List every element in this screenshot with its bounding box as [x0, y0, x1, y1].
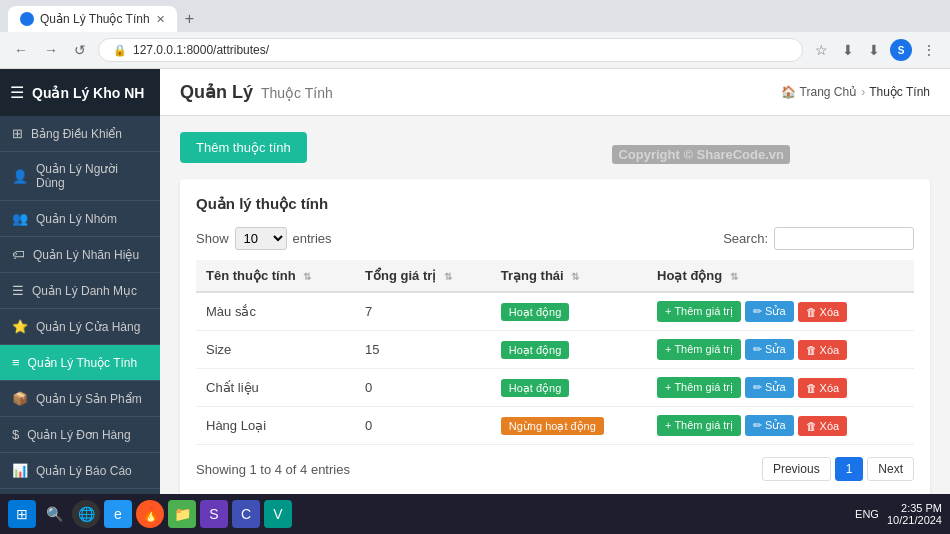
status-badge: Hoạt động — [501, 303, 570, 321]
menu-button[interactable]: ⋮ — [918, 38, 940, 62]
page-1-button[interactable]: 1 — [835, 457, 864, 481]
table-controls: Show 10 25 50 100 entries Search: — [196, 227, 914, 250]
next-button[interactable]: Next — [867, 457, 914, 481]
taskbar-icon-3[interactable]: 🔥 — [136, 500, 164, 528]
action-buttons: + Thêm giá trị ✏ Sửa 🗑 Xóa — [657, 339, 904, 360]
search-taskbar-button[interactable]: 🔍 — [40, 500, 68, 528]
store-icon: ⭐ — [12, 319, 28, 334]
new-tab-button[interactable]: + — [177, 6, 202, 32]
sidebar-item-label: Bảng Điều Khiển — [31, 127, 122, 141]
tab-bar: Quản Lý Thuộc Tính ✕ + — [0, 0, 950, 32]
add-value-button[interactable]: + Thêm giá trị — [657, 377, 741, 398]
cell-trang-thai: Hoạt động — [491, 369, 647, 407]
sidebar-item-label: Quản Lý Sản Phẩm — [36, 392, 142, 406]
sidebar-item-don-hang[interactable]: $ Quản Lý Đơn Hàng — [0, 417, 160, 453]
taskbar-icon-2[interactable]: e — [104, 500, 132, 528]
add-value-button[interactable]: + Thêm giá trị — [657, 301, 741, 322]
entries-select[interactable]: 10 25 50 100 — [235, 227, 287, 250]
add-value-button[interactable]: + Thêm giá trị — [657, 339, 741, 360]
page-title-main: Quản Lý — [180, 81, 253, 103]
bookmark-button[interactable]: ☆ — [811, 38, 832, 62]
sidebar-item-nhom[interactable]: 👥 Quản Lý Nhóm — [0, 201, 160, 237]
tab-title: Quản Lý Thuộc Tính — [40, 12, 150, 26]
taskbar-icon-6[interactable]: C — [232, 500, 260, 528]
page-header: Quản Lý Thuộc Tính 🏠 Trang Chủ › Thuộc T… — [160, 69, 950, 116]
delete-button[interactable]: 🗑 Xóa — [798, 340, 848, 360]
back-button[interactable]: ← — [10, 38, 32, 62]
table-body: Màu sắc 7 Hoạt động + Thêm giá trị ✏ Sửa… — [196, 292, 914, 445]
entries-label: entries — [293, 231, 332, 246]
add-value-button[interactable]: + Thêm giá trị — [657, 415, 741, 436]
dashboard-icon: ⊞ — [12, 126, 23, 141]
active-tab[interactable]: Quản Lý Thuộc Tính ✕ — [8, 6, 177, 32]
content-area: Thêm thuộc tính Quản lý thuộc tính Show … — [160, 116, 950, 513]
card-title: Quản lý thuộc tính — [196, 195, 914, 213]
sidebar-item-label: Quản Lý Người Dùng — [36, 162, 148, 190]
taskbar: ⊞ 🔍 🌐 e 🔥 📁 S C V ENG 2:35 PM 10/21/2024 — [0, 494, 950, 534]
sidebar-item-label: Quản Lý Danh Mục — [32, 284, 137, 298]
status-badge: Hoạt động — [501, 379, 570, 397]
edit-button[interactable]: ✏ Sửa — [745, 415, 794, 436]
table-row: Hàng Loại 0 Ngừng hoạt động + Thêm giá t… — [196, 407, 914, 445]
profile-button[interactable]: ⬇ — [838, 38, 858, 62]
breadcrumb-separator: › — [861, 85, 865, 99]
cell-hoat-dong: + Thêm giá trị ✏ Sửa 🗑 Xóa — [647, 292, 914, 331]
sidebar-item-cua-hang[interactable]: ⭐ Quản Lý Cửa Hàng — [0, 309, 160, 345]
sidebar-title: Quản Lý Kho NH — [32, 85, 144, 101]
forward-button[interactable]: → — [40, 38, 62, 62]
delete-button[interactable]: 🗑 Xóa — [798, 416, 848, 436]
delete-button[interactable]: 🗑 Xóa — [798, 378, 848, 398]
start-button[interactable]: ⊞ — [8, 500, 36, 528]
search-input[interactable] — [774, 227, 914, 250]
action-buttons: + Thêm giá trị ✏ Sửa 🗑 Xóa — [657, 415, 904, 436]
sidebar-item-bao-cao[interactable]: 📊 Quản Lý Báo Cáo — [0, 453, 160, 489]
previous-button[interactable]: Previous — [762, 457, 831, 481]
edit-button[interactable]: ✏ Sửa — [745, 301, 794, 322]
brand-icon: 🏷 — [12, 247, 25, 262]
taskbar-icon-5[interactable]: S — [200, 500, 228, 528]
main-content: Quản Lý Thuộc Tính 🏠 Trang Chủ › Thuộc T… — [160, 69, 950, 513]
page-title-sub: Thuộc Tính — [261, 85, 333, 101]
taskbar-icon-7[interactable]: V — [264, 500, 292, 528]
app-wrapper: ☰ Quản Lý Kho NH ⊞ Bảng Điều Khiển 👤 Quả… — [0, 69, 950, 513]
url-box[interactable]: 🔒 127.0.0.1:8000/attributes/ — [98, 38, 803, 62]
url-text: 127.0.0.1:8000/attributes/ — [133, 43, 269, 57]
browser-chrome: Quản Lý Thuộc Tính ✕ + ← → ↺ 🔒 127.0.0.1… — [0, 0, 950, 69]
sidebar-item-nguoi-dung[interactable]: 👤 Quản Lý Người Dùng — [0, 152, 160, 201]
cell-hoat-dong: + Thêm giá trị ✏ Sửa 🗑 Xóa — [647, 369, 914, 407]
status-badge: Ngừng hoạt động — [501, 417, 604, 435]
cell-trang-thai: Hoạt động — [491, 292, 647, 331]
lock-icon: 🔒 — [113, 44, 127, 57]
table-row: Màu sắc 7 Hoạt động + Thêm giá trị ✏ Sửa… — [196, 292, 914, 331]
sort-icon-hoat-dong: ⇅ — [730, 271, 738, 282]
category-icon: ☰ — [12, 283, 24, 298]
sidebar-item-bang-dieu-khien[interactable]: ⊞ Bảng Điều Khiển — [0, 116, 160, 152]
attribute-icon: ≡ — [12, 355, 20, 370]
sidebar-item-danh-muc[interactable]: ☰ Quản Lý Danh Mục — [0, 273, 160, 309]
edit-button[interactable]: ✏ Sửa — [745, 377, 794, 398]
sidebar: ☰ Quản Lý Kho NH ⊞ Bảng Điều Khiển 👤 Quả… — [0, 69, 160, 513]
order-icon: $ — [12, 427, 19, 442]
sidebar-item-san-pham[interactable]: 📦 Quản Lý Sản Phẩm — [0, 381, 160, 417]
breadcrumb-current: Thuộc Tính — [869, 85, 930, 99]
delete-button[interactable]: 🗑 Xóa — [798, 302, 848, 322]
hamburger-icon[interactable]: ☰ — [10, 83, 24, 102]
breadcrumb: 🏠 Trang Chủ › Thuộc Tính — [781, 85, 930, 99]
add-attribute-button[interactable]: Thêm thuộc tính — [180, 132, 307, 163]
cell-hoat-dong: + Thêm giá trị ✏ Sửa 🗑 Xóa — [647, 407, 914, 445]
taskbar-lang: ENG — [855, 508, 879, 520]
refresh-button[interactable]: ↺ — [70, 38, 90, 62]
action-buttons: + Thêm giá trị ✏ Sửa 🗑 Xóa — [657, 377, 904, 398]
breadcrumb-home-icon: 🏠 — [781, 85, 796, 99]
tab-favicon — [20, 12, 34, 26]
taskbar-icon-4[interactable]: 📁 — [168, 500, 196, 528]
browser-actions: ☆ ⬇ ⬇ S ⋮ — [811, 38, 940, 62]
sidebar-item-thuoc-tinh[interactable]: ≡ Quản Lý Thuộc Tính — [0, 345, 160, 381]
edit-button[interactable]: ✏ Sửa — [745, 339, 794, 360]
taskbar-icon-1[interactable]: 🌐 — [72, 500, 100, 528]
sidebar-item-nhan-hieu[interactable]: 🏷 Quản Lý Nhãn Hiệu — [0, 237, 160, 273]
tab-close-button[interactable]: ✕ — [156, 13, 165, 26]
download-button[interactable]: ⬇ — [864, 38, 884, 62]
col-hoat-dong: Hoạt động ⇅ — [647, 260, 914, 292]
account-badge[interactable]: S — [890, 39, 912, 61]
